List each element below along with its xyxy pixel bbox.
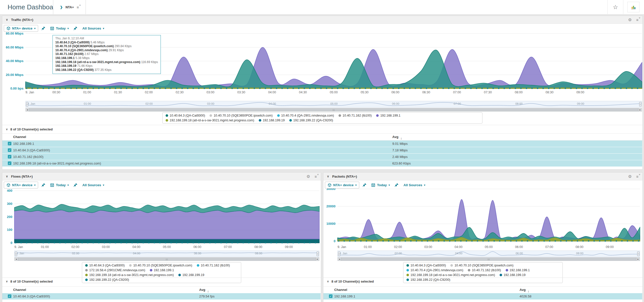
navigator-left-handle[interactable]: ‖ (338, 252, 340, 256)
panel-menu-icon[interactable]: ≡ (315, 174, 317, 179)
avg-column-header[interactable]: Avg↓ (392, 135, 398, 139)
pin-icon[interactable] (73, 26, 78, 30)
time-filter-dropdown[interactable]: Today ▾ (49, 183, 70, 187)
table-header: ChannelAvg↓ (2, 286, 321, 293)
scroll-right-arrow[interactable]: ▸ (316, 258, 319, 261)
packets-plot-area[interactable] (338, 189, 640, 242)
legend-item[interactable]: 192.168.199.1 (376, 114, 400, 117)
table-row[interactable]: ✓10.40.64.3 (QA-Cat9300)279.54 fps (2, 293, 321, 299)
scroll-right-arrow[interactable]: ▸ (636, 258, 640, 261)
pin-icon[interactable] (73, 183, 78, 187)
row-checkbox[interactable]: ✓ (8, 142, 11, 145)
scroll-left-arrow[interactable]: ◂ (15, 258, 18, 261)
sources-filter-dropdown[interactable]: All Sources ▾ (402, 183, 427, 187)
sources-filter-dropdown[interactable]: All Sources ▾ (81, 26, 106, 31)
chart-scrollbar[interactable]: ◂▸||| (338, 257, 640, 261)
sort-desc-icon[interactable]: ↓ (207, 289, 209, 293)
tab-nta[interactable]: ❯ NTA+ ≡ (53, 0, 86, 14)
legend-item[interactable]: 10.40.70.4 (QA-2901.nmdevsqa.com) (277, 114, 334, 117)
scroll-left-arrow[interactable]: ◂ (26, 108, 29, 111)
legend-item[interactable]: 192.168.199.18 (atl-rd-a-s-sw-3021.mgmt.… (166, 119, 254, 122)
gear-icon[interactable]: ⚙ (628, 174, 632, 179)
chart-view-button[interactable] (627, 2, 639, 12)
gear-icon[interactable]: ⚙ (628, 17, 632, 22)
channels-section-header[interactable]: ∨ 8 of 10 Channel(s) selected (6, 127, 53, 131)
sort-desc-icon[interactable]: ↓ (400, 136, 402, 140)
tab-menu-icon[interactable]: ≡ (77, 5, 79, 9)
device-filter-dropdown[interactable]: NTA+ device ▾ (4, 25, 38, 32)
legend-item[interactable]: 192.168.199.1 (150, 268, 174, 272)
row-checkbox[interactable]: ✓ (8, 294, 11, 298)
legend-item[interactable]: 192.168.199.18 (atl-rd-a-s-sw-3021.mgmt.… (406, 273, 495, 277)
channels-selected-text: 8 of 10 Channel(s) selected (331, 280, 374, 283)
table-row[interactable]: ✓10.40.71.162 (lb100)2.48 Mbps (2, 154, 642, 160)
legend-item[interactable]: 10.40.64.3 (QA-Cat9300) (166, 114, 205, 117)
collapse-chevron-icon[interactable]: ∨ (6, 18, 8, 21)
legend-item[interactable]: 10.40.70.4 (QA-2901.nmdevsqa.com) (406, 268, 463, 272)
row-checkbox[interactable]: ✓ (8, 161, 11, 165)
table-row[interactable]: ✓192.168.199.14026.58 (323, 293, 642, 299)
pin-icon[interactable] (395, 183, 399, 187)
channels-section-header[interactable]: ∨ 8 of 10 Channel(s) selected (6, 280, 53, 283)
legend-item[interactable]: 192.168.199.22 (QA-C9200) (289, 119, 333, 122)
chart-scrollbar[interactable]: ◂▸||| (25, 108, 642, 112)
collapse-chevron-icon[interactable]: ∨ (6, 175, 8, 178)
legend-item[interactable]: 10.40.70.10 (SQE3650POE.ipswitch.com) (210, 114, 272, 117)
chart-navigator[interactable]: 9. Jan01:0002:0003:0004:0005:0006:0007:0… (25, 101, 642, 107)
time-filter-dropdown[interactable]: Today ▾ (49, 26, 70, 31)
legend-item[interactable]: 192.168.199.19 (178, 273, 204, 277)
sort-desc-icon[interactable]: ↓ (528, 289, 529, 293)
legend-item[interactable]: 10.40.71.162 (lb100) (339, 114, 372, 117)
legend-dot (406, 274, 409, 276)
panel-menu-icon[interactable]: ≡ (636, 174, 638, 179)
legend-item[interactable]: 10.40.64.3 (QA-Cat9300) (406, 264, 446, 267)
navigator-left-handle[interactable]: ‖ (15, 252, 17, 256)
scroll-thumb[interactable]: ||| (341, 258, 636, 261)
table-row[interactable]: ✓192.168.199.18 (atl-rd-a-s-sw-3021.mgmt… (2, 160, 642, 167)
pin-icon[interactable] (363, 183, 367, 187)
pin-icon[interactable] (41, 26, 45, 30)
scroll-left-arrow[interactable]: ◂ (338, 258, 341, 261)
navigator-left-handle[interactable]: ‖ (26, 102, 28, 106)
legend-item[interactable]: 192.168.199.18 (atl-rd-a-s-sw-3021.mgmt.… (85, 273, 174, 277)
chart-navigator[interactable]: 9. Jan02:0004:0006:0008:00‖‖ (14, 251, 319, 257)
legend-item[interactable]: 10.40.70.10 (SQE3650POE.ipswitch.com) (129, 264, 192, 267)
scroll-thumb[interactable]: ||| (29, 108, 638, 111)
table-row[interactable]: ✓10.40.64.3 (QA-Cat9300)7.18 Mbps (2, 147, 642, 153)
x-axis-label: 06:00 (515, 245, 523, 249)
legend-item[interactable]: 10.40.71.162 (lb100) (197, 264, 230, 267)
pin-icon[interactable] (41, 183, 45, 187)
navigator-right-handle[interactable]: ‖ (639, 102, 641, 106)
gear-icon[interactable]: ⚙ (306, 174, 310, 179)
chart-scrollbar[interactable]: ◂▸||| (14, 257, 319, 261)
avg-column-header[interactable]: Avg↓ (520, 288, 526, 292)
legend-item[interactable]: 192.168.199.22 (QA-C9200) (85, 278, 129, 282)
chart-navigator[interactable]: 9. Jan02:0004:0006:0008:00‖‖ (338, 251, 640, 257)
legend-item[interactable]: 192.168.199.22 (QA-C9200) (406, 278, 450, 282)
legend-item[interactable]: 192.168.199.19 (259, 119, 285, 122)
row-checkbox[interactable]: ✓ (8, 155, 11, 158)
collapse-chevron-icon[interactable]: ∨ (327, 175, 329, 178)
sources-filter-dropdown[interactable]: All Sources ▾ (81, 183, 106, 187)
favorite-star-button[interactable]: ☆ (612, 4, 619, 10)
flows-plot-area[interactable] (14, 191, 319, 244)
time-filter-dropdown[interactable]: Today ▾ (370, 183, 391, 187)
scroll-right-arrow[interactable]: ▸ (638, 108, 642, 111)
panel-menu-icon[interactable]: ≡ (636, 18, 638, 22)
channels-section-header[interactable]: ∨ 8 of 10 Channel(s) selected (327, 280, 374, 283)
table-row[interactable]: ✓192.168.199.19.01 Mbps (2, 141, 642, 147)
legend-item[interactable]: 10.40.71.162 (lb100) (468, 268, 501, 272)
device-filter-dropdown[interactable]: NTA+ device ▾ (4, 182, 38, 188)
scroll-thumb[interactable]: ||| (18, 258, 316, 261)
row-checkbox[interactable]: ✓ (8, 148, 11, 152)
device-filter-dropdown[interactable]: NTA+ device ▾ (325, 182, 359, 188)
legend-item[interactable]: 10.40.70.10 (SQE3650POE.ipswitch.com) (450, 264, 513, 267)
legend-item[interactable]: 192.168.199.1 (506, 268, 530, 272)
row-checkbox[interactable]: ✓ (329, 294, 332, 298)
legend-item[interactable]: 192.168.199.19 (500, 273, 526, 277)
navigator-right-handle[interactable]: ‖ (317, 252, 319, 256)
legend-item[interactable]: 172.16.58.4 (2901CME.nmdevsqa.com) (85, 268, 145, 272)
avg-column-header[interactable]: Avg↓ (199, 288, 205, 292)
navigator-right-handle[interactable]: ‖ (637, 252, 639, 256)
legend-item[interactable]: 10.40.64.3 (QA-Cat9300) (85, 264, 125, 267)
